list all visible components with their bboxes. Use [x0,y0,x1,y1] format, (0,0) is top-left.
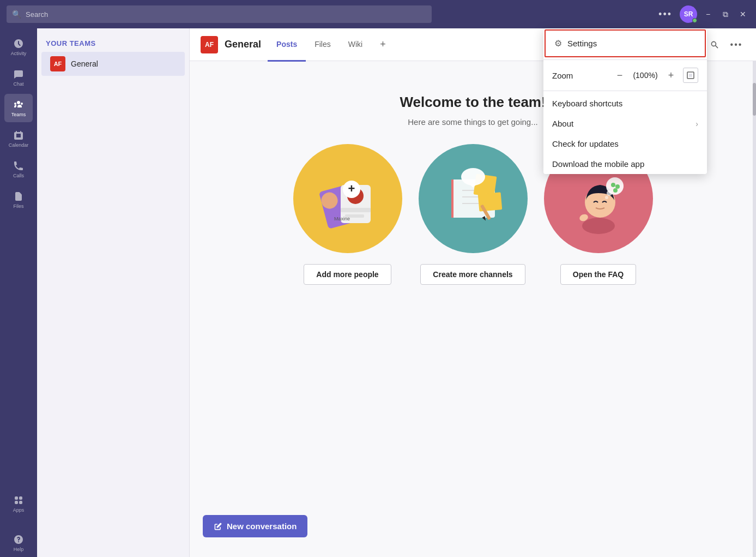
sidebar-label-chat: Chat [13,81,23,87]
restore-button[interactable]: ⧉ [719,8,732,21]
avatar-initials: SR [684,10,693,18]
more-channel-options-button[interactable]: ••• [728,36,745,53]
close-button[interactable]: ✕ [736,8,749,21]
sidebar-item-files[interactable]: Files [4,185,33,214]
search-bar[interactable]: 🔍 Search [7,5,432,23]
ellipsis-icon: ••• [730,40,743,50]
gear-icon: ⚙ [554,38,562,49]
svg-point-27 [613,188,618,193]
svg-point-25 [611,183,615,187]
tab-posts[interactable]: Posts [268,29,306,62]
create-more-channels-button[interactable]: Create more channels [420,264,525,285]
team-icon-af: AF [50,56,65,71]
welcome-title: Welcome to the team! [400,94,546,111]
sidebar-item-activity[interactable]: Activity [4,33,33,61]
sidebar-item-calendar[interactable]: Calendar [4,124,33,153]
channel-header-right: ••• [706,36,745,53]
keyboard-shortcuts-label: Keyboard shortcuts [552,99,622,108]
sidebar-label-calendar: Calendar [9,142,29,148]
welcome-subtitle: Here are some things to get going... [408,117,537,127]
sidebar-label-apps: Apps [13,507,25,513]
download-mobile-label: Download the mobile app [552,159,644,169]
zoom-in-button[interactable]: + [663,68,679,83]
search-placeholder: Search [26,10,48,19]
titlebar-actions: ••• SR − ⧉ ✕ [655,5,749,23]
team-icon-header: AF [201,36,218,53]
sidebar-label-teams: Teams [11,112,26,117]
svg-rect-6 [341,208,371,212]
illustration-create-channels [419,144,528,253]
team-name: General [71,59,98,68]
svg-rect-30 [689,74,692,77]
svg-point-23 [607,190,612,196]
sidebar-item-teams[interactable]: Teams [4,94,33,122]
svg-point-26 [615,184,620,189]
sidebar-label-calls: Calls [13,173,24,178]
card-create-channels: Create more channels [419,144,528,285]
svg-text:Maxine: Maxine [334,216,350,221]
dropdown-menu: ⚙ Settings Zoom − (100%) + Keyboard shor… [543,28,707,174]
channel-tabs: Posts Files Wiki + [268,28,395,61]
tab-files[interactable]: Files [306,29,340,62]
about-label: About [552,119,573,128]
zoom-label: Zoom [552,71,608,80]
sidebar-label-help: Help [14,547,24,552]
sidebar-item-help[interactable]: Help [4,529,33,557]
teams-section-header: Your teams [37,35,189,52]
avatar[interactable]: SR [680,5,697,23]
check-updates-label: Check for updates [552,139,619,148]
compose-icon [214,522,222,531]
more-options-button[interactable]: ••• [655,7,675,22]
sidebar-item-apps[interactable]: Apps [4,489,33,518]
sidebar: Activity Chat Teams Calendar Calls Files… [0,28,37,557]
new-conversation-button[interactable]: New conversation [203,515,307,537]
about-menu-item[interactable]: About › [543,113,707,134]
minimize-button[interactable]: − [701,8,715,21]
zoom-row: Zoom − (100%) + [543,62,707,88]
open-faq-button[interactable]: Open the FAQ [560,264,636,285]
svg-point-20 [582,218,615,234]
divider-2 [543,91,707,91]
titlebar: 🔍 Search ••• SR − ⧉ ✕ [0,0,756,28]
settings-label: Settings [567,39,597,48]
settings-menu-item[interactable]: ⚙ Settings [545,29,706,57]
zoom-value: (100%) [632,71,659,80]
sidebar-item-calls[interactable]: Calls [4,155,33,183]
new-conversation-label: New conversation [227,522,297,531]
scrollbar-track [753,61,756,557]
sidebar-label-files: Files [13,203,23,209]
sidebar-label-activity: Activity [11,51,27,56]
download-mobile-menu-item[interactable]: Download the mobile app [543,154,707,174]
illustration-add-people: + Maxine [293,144,402,253]
search-icon: 🔍 [12,10,21,19]
online-status-indicator [692,18,697,23]
divider-1 [543,59,707,60]
svg-rect-15 [477,192,502,212]
svg-text:+: + [348,182,355,195]
teams-list-panel: Your teams AF General [37,28,190,557]
chevron-right-icon: › [695,119,698,128]
tab-add[interactable]: + [371,29,395,62]
sidebar-item-chat[interactable]: Chat [4,63,33,92]
check-updates-menu-item[interactable]: Check for updates [543,134,707,154]
zoom-fit-button[interactable] [683,68,698,83]
svg-point-18 [461,168,485,185]
channel-name-label: General [225,39,261,50]
add-more-people-button[interactable]: Add more people [304,264,391,285]
svg-rect-10 [451,179,453,218]
zoom-out-button[interactable]: − [612,68,627,83]
keyboard-shortcuts-menu-item[interactable]: Keyboard shortcuts [543,93,707,113]
team-general-item[interactable]: AF General [41,52,185,76]
card-add-people: + Maxine Add more people [293,144,402,285]
search-channel-button[interactable] [706,36,723,53]
svg-point-24 [605,196,608,199]
scrollbar-thumb[interactable] [753,83,756,116]
tab-wiki[interactable]: Wiki [340,29,371,62]
